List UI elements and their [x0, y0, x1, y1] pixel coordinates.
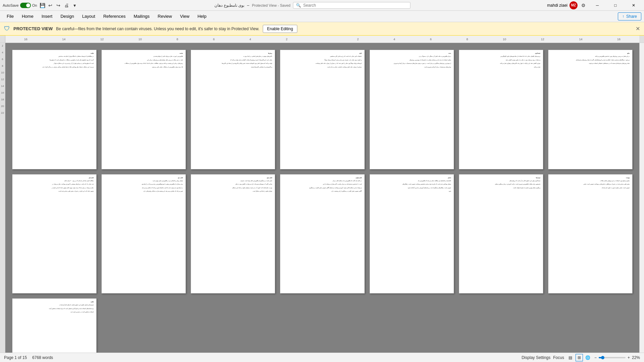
zoom-out-button[interactable]: − — [594, 355, 597, 360]
menu-mailings[interactable]: Mailings — [130, 12, 154, 21]
page-thumbnail-4[interactable]: نتایجتحقیقات اخیر نشان داده است که رژیم … — [280, 50, 364, 169]
close-button[interactable]: ✕ — [626, 0, 641, 11]
page-thumbnail-5[interactable]: بحثدرمان هالیتوزیس به علت اصلی آن بستگی … — [369, 50, 454, 169]
undo-icon[interactable]: ↩ — [47, 2, 54, 9]
autosave-state: On — [32, 3, 37, 7]
page-thumbnail-15[interactable]: خلاصهضمیمه‌ها و جداول تکمیلی این تحقیق ش… — [12, 298, 97, 353]
shield-icon: 🛡 — [4, 25, 10, 32]
menu-bar: File Home Insert Design Layout Reference… — [0, 11, 644, 22]
display-settings-button[interactable]: Display Settings — [522, 355, 550, 360]
search-icon: 🔍 — [296, 3, 301, 8]
menu-review[interactable]: Review — [154, 12, 176, 21]
protected-title: PROTECTED VIEW — [13, 26, 53, 31]
autosave-toggle[interactable] — [20, 3, 31, 8]
print-icon[interactable]: 🖨 — [63, 2, 70, 9]
view-mode: Protected View - Saved — [252, 3, 291, 7]
search-input[interactable] — [303, 3, 407, 8]
autosave-knob — [26, 3, 30, 7]
zoom-in-button[interactable]: + — [628, 355, 630, 360]
autosave-area: AutoSave On — [3, 3, 37, 8]
user-name: mahdi ziaei — [547, 3, 567, 8]
focus-button[interactable]: Focus — [553, 355, 564, 360]
print-layout-icon[interactable]: ▤ — [567, 354, 574, 361]
title-left: AutoSave On 💾 ↩ ↪ 🖨 ▾ — [3, 2, 78, 9]
status-left: Page 1 of 15 6768 words — [4, 355, 53, 360]
protected-view-bar: 🛡 PROTECTED VIEW Be careful—files from t… — [0, 22, 644, 36]
ruler-area: 1614 1210 86 42 24 68 1012 1416 — [0, 36, 644, 43]
zoom-thumb — [601, 356, 604, 359]
more-icon[interactable]: ▾ — [71, 2, 78, 9]
zoom-area: − + 22% — [594, 355, 640, 360]
doc-title: بوی نامطبوع دهان — [214, 3, 244, 8]
document-canvas[interactable]: چکیدهدر مطالعه‌ای که توسط محققان دانشگاه… — [5, 43, 639, 353]
search-bar: 🔍 — [293, 2, 410, 9]
pages-grid: چکیدهدر مطالعه‌ای که توسط محققان دانشگاه… — [12, 50, 633, 353]
title-right: mahdi ziaei MZ ⚙ ─ □ ✕ — [547, 0, 641, 11]
thumbnail-view-icon[interactable]: ⊞ — [576, 354, 583, 361]
page-thumbnail-7[interactable]: منابعدر این فصل به بررسی روش‌های نوین تش… — [548, 50, 633, 169]
page-thumbnail-13[interactable]: نمودارهانتیجه‌گیری نهایی این تحقیق حاکی … — [459, 174, 543, 294]
user-avatar: MZ — [569, 1, 578, 9]
menu-help[interactable]: Help — [193, 12, 210, 21]
title-center: بوی نامطبوع دهان – Protected View - Save… — [214, 2, 410, 9]
page-thumbnail-6[interactable]: نتیجه‌گیریبررسی‌های کلینیکی نشان داده که… — [459, 50, 543, 169]
status-bar: Page 1 of 15 6768 words Display Settings… — [0, 353, 644, 362]
enable-editing-button[interactable]: Enable Editing — [263, 25, 297, 33]
ruler-main: 1614 1210 86 42 24 68 1012 1416 — [5, 36, 639, 43]
page-thumbnail-3[interactable]: روش‌هاباکتری‌های موجود در دهان نقش اساسی… — [191, 50, 275, 169]
share-button[interactable]: ↑ Share — [618, 12, 641, 20]
page-thumbnail-12[interactable]: جداولخلاصه‌ای از یافته‌های این مطالعه نش… — [369, 174, 454, 294]
page-thumbnail-10[interactable]: فصل سومنقش تغذیه در پیشگیری از هالیتوزیس… — [191, 174, 275, 294]
view-icons: ▤ ⊞ 🌐 — [567, 354, 592, 361]
page-thumbnail-8[interactable]: فصل اولمطالعه کنترل تصادفی شده‌ای که بر … — [12, 174, 97, 294]
close-protected-bar-icon[interactable]: ✕ — [636, 25, 640, 32]
redo-icon[interactable]: ↪ — [55, 2, 62, 9]
zoom-slider[interactable] — [599, 357, 626, 358]
menu-home[interactable]: Home — [18, 12, 38, 21]
share-label: Share — [626, 14, 637, 19]
menu-view[interactable]: View — [176, 12, 193, 21]
page-info: Page 1 of 15 — [4, 355, 27, 360]
page-thumbnail-14[interactable]: پیوستمنابع و مراجع مورد استفاده در این پ… — [548, 174, 633, 294]
word-count: 6768 words — [32, 355, 53, 360]
page-thumbnail-9[interactable]: فصل دومعوامل روانی و اجتماعی نیز در هالی… — [101, 174, 186, 294]
menu-insert[interactable]: Insert — [38, 12, 57, 21]
user-initials: MZ — [571, 3, 576, 7]
maximize-button[interactable]: □ — [608, 0, 623, 11]
ruler-marks: 1614 1210 86 42 24 68 1012 1416 — [7, 38, 638, 41]
menu-design[interactable]: Design — [56, 12, 78, 21]
protected-message: Be careful—files from the Internet can c… — [56, 27, 259, 31]
page-thumbnail-1[interactable]: چکیدهدر مطالعه‌ای که توسط محققان دانشگاه… — [12, 50, 97, 169]
ruler-right-end — [639, 36, 644, 43]
save-icon[interactable]: 💾 — [39, 2, 46, 9]
right-scrollbar[interactable] — [639, 43, 644, 353]
status-right: Display Settings Focus ▤ ⊞ 🌐 − + 22% — [522, 354, 640, 361]
left-ruler: 2 4 6 8 10 12 14 16 18 20 22 — [0, 43, 5, 353]
share-icon: ↑ — [622, 14, 624, 19]
autosave-label: AutoSave — [3, 3, 19, 7]
menu-layout[interactable]: Layout — [78, 12, 99, 21]
user-info: mahdi ziaei MZ — [547, 1, 578, 9]
web-view-icon[interactable]: 🌐 — [584, 354, 592, 361]
page-thumbnail-2[interactable]: مقدمههالیتوزیس یا بوی بد دهان می‌تواند ن… — [101, 50, 186, 169]
ruler-side — [0, 36, 5, 43]
page-thumbnail-11[interactable]: فصل چهارمدر خاتمه باید گفت که هالیتوزیس … — [280, 174, 364, 294]
zoom-percent: 22% — [632, 355, 640, 360]
settings-icon[interactable]: ⚙ — [580, 2, 587, 9]
title-bar: AutoSave On 💾 ↩ ↪ 🖨 ▾ بوی نامطبوع دهان –… — [0, 0, 644, 11]
toolbar-icons: 💾 ↩ ↪ 🖨 ▾ — [39, 2, 78, 9]
minimize-button[interactable]: ─ — [590, 0, 605, 11]
menu-references[interactable]: References — [99, 12, 130, 21]
main-area: 2 4 6 8 10 12 14 16 18 20 22 چکیدهدر مطا… — [0, 43, 644, 353]
menu-file[interactable]: File — [3, 12, 18, 21]
